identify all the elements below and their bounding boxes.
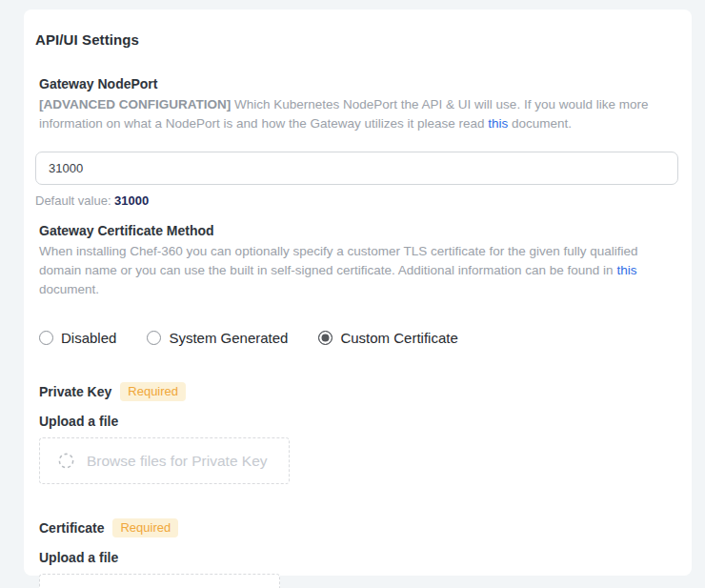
- dashed-circle-icon: [57, 452, 75, 470]
- private-key-upload-label: Upload a file: [39, 414, 675, 429]
- radio-custom-certificate-label: Custom Certificate: [340, 330, 457, 346]
- settings-form: Gateway NodePort [ADVANCED CONFIGURATION…: [39, 76, 675, 588]
- api-ui-settings-card: API/UI Settings Gateway NodePort [ADVANC…: [24, 10, 692, 576]
- radio-disabled-label: Disabled: [61, 330, 116, 346]
- certificate-method-desc-text: When installing Chef-360 you can optiona…: [39, 244, 638, 277]
- radio-disabled-icon[interactable]: [39, 331, 53, 345]
- radio-system-generated-label: System Generated: [169, 330, 288, 346]
- certificate-label: Certificate: [39, 520, 104, 536]
- private-key-header: Private Key Required: [39, 382, 675, 401]
- default-value-label: Default value:: [35, 193, 114, 208]
- default-value-line: Default value: 31000: [35, 193, 675, 208]
- certificate-method-description: When installing Chef-360 you can optiona…: [39, 242, 675, 299]
- default-value-number: 31000: [114, 193, 149, 208]
- private-key-label: Private Key: [39, 384, 111, 399]
- certificate-required-badge: Required: [112, 518, 178, 537]
- gateway-nodeport-label: Gateway NodePort: [39, 76, 675, 91]
- private-key-browse-button[interactable]: Browse files for Private Key: [39, 437, 290, 484]
- certificate-header: Certificate Required: [39, 518, 675, 537]
- advanced-configuration-tag: [ADVANCED CONFIGURATION]: [39, 97, 231, 112]
- certificate-upload-label: Upload a file: [39, 550, 675, 565]
- radio-custom-certificate-icon[interactable]: [318, 331, 332, 345]
- page-title: API/UI Settings: [35, 31, 675, 48]
- certificate-method-desc-text-2: document.: [39, 282, 99, 296]
- radio-option-disabled[interactable]: Disabled: [39, 330, 116, 346]
- radio-system-generated-icon[interactable]: [147, 331, 161, 345]
- private-key-section: Private Key Required Upload a file Brows…: [39, 382, 675, 484]
- radio-option-custom-certificate[interactable]: Custom Certificate: [318, 330, 457, 346]
- radio-option-system-generated[interactable]: System Generated: [147, 330, 288, 346]
- nodeport-doc-link[interactable]: this: [488, 116, 508, 131]
- private-key-required-badge: Required: [120, 382, 186, 401]
- gateway-nodeport-desc-text-2: document.: [508, 116, 572, 131]
- gateway-nodeport-input[interactable]: [35, 152, 678, 185]
- gateway-nodeport-description: [ADVANCED CONFIGURATION] Which Kubernete…: [39, 95, 675, 133]
- private-key-browse-label: Browse files for Private Key: [87, 453, 268, 470]
- certificate-browse-button[interactable]: Browse files for Certificate: [39, 574, 280, 588]
- certificate-method-radio-group: Disabled System Generated Custom Certifi…: [39, 330, 675, 346]
- certificate-doc-link[interactable]: this: [616, 263, 636, 277]
- certificate-section: Certificate Required Upload a file Brows…: [39, 518, 675, 588]
- certificate-method-label: Gateway Certificate Method: [39, 223, 675, 238]
